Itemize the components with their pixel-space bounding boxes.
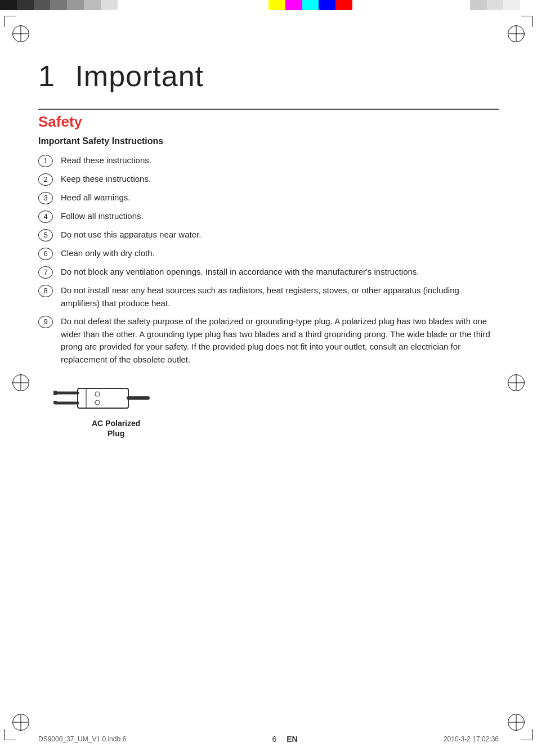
crop-mark-tr	[521, 16, 532, 27]
reg-mark-top-left	[12, 25, 29, 42]
footer-timestamp: 2010-3-2 17:02:36	[444, 735, 499, 743]
instruction-number: 5	[38, 229, 53, 241]
instruction-text: Read these instructions.	[61, 154, 499, 167]
instruction-text: Do not use this apparatus near water.	[61, 229, 499, 241]
reg-mark-bottom-right	[508, 714, 525, 731]
instruction-number: 7	[38, 266, 53, 279]
instruction-item: 1 Read these instructions.	[38, 154, 499, 167]
instruction-item: 6 Clean only with dry cloth.	[38, 247, 499, 260]
chapter-number: 1	[38, 60, 55, 92]
reg-mark-top-right	[508, 25, 525, 42]
plug-label: AC Polarized Plug	[92, 418, 140, 439]
svg-point-8	[95, 400, 100, 405]
footer-filename: DS9000_37_UM_V1.0.indb 6	[38, 735, 126, 743]
section-title: Safety	[38, 113, 499, 131]
language-label: EN	[287, 735, 297, 744]
svg-rect-5	[53, 391, 57, 395]
instruction-number: 9	[38, 316, 53, 328]
instruction-item: 3 Heed all warnings.	[38, 191, 499, 204]
plug-section: ~ ~ AC Polarized Plug	[38, 378, 499, 439]
instruction-text: Clean only with dry cloth.	[61, 247, 499, 260]
page-number: 6	[272, 735, 276, 744]
instruction-number: 8	[38, 285, 53, 297]
instruction-number: 1	[38, 155, 53, 167]
plug-label-container: AC Polarized Plug	[75, 418, 140, 439]
main-content: 1 Important Safety Important Safety Inst…	[38, 59, 499, 711]
instruction-text: Do not defeat the safety purpose of the …	[61, 315, 499, 366]
plug-label-line1: AC Polarized	[92, 419, 140, 428]
plug-label-line2: Plug	[108, 429, 124, 438]
instruction-item: 2 Keep these instructions.	[38, 173, 499, 186]
instruction-item: 9 Do not defeat the safety purpose of th…	[38, 315, 499, 366]
instruction-text: Keep these instructions.	[61, 173, 499, 186]
instruction-text: Heed all warnings.	[61, 191, 499, 204]
svg-text:~: ~	[136, 394, 140, 402]
instruction-text: Follow all instructions.	[61, 210, 499, 223]
footer: DS9000_37_UM_V1.0.indb 6 6 EN 2010-3-2 1…	[38, 735, 499, 744]
instruction-number: 2	[38, 173, 53, 186]
instruction-item: 5 Do not use this apparatus near water.	[38, 229, 499, 241]
crop-mark-br	[521, 729, 532, 740]
reg-mark-bottom-left	[12, 714, 29, 731]
instruction-number: 4	[38, 211, 53, 223]
chapter-heading: 1 Important	[38, 59, 499, 93]
svg-rect-0	[78, 388, 128, 408]
instruction-text: Do not install near any heat sources suc…	[61, 284, 499, 310]
instruction-number: 3	[38, 192, 53, 204]
section-divider	[38, 109, 499, 110]
plug-svg-icon: ~ ~	[44, 378, 156, 418]
instruction-list: 1 Read these instructions. 2 Keep these …	[38, 154, 499, 366]
footer-page-info: 6 EN	[272, 735, 297, 744]
instruction-item: 4 Follow all instructions.	[38, 210, 499, 223]
svg-rect-6	[53, 401, 57, 404]
crop-mark-bl	[5, 729, 16, 740]
chapter-title: Important	[75, 60, 204, 92]
reg-mark-mid-left	[12, 374, 29, 391]
instruction-item: 8 Do not install near any heat sources s…	[38, 284, 499, 310]
reg-mark-mid-right	[508, 374, 525, 391]
svg-text:~: ~	[130, 394, 134, 402]
svg-point-7	[95, 392, 100, 396]
subsection-title: Important Safety Instructions	[38, 136, 499, 146]
instruction-item: 7 Do not block any ventilation openings.…	[38, 266, 499, 279]
top-color-bar	[0, 0, 537, 10]
plug-illustration: ~ ~	[44, 378, 156, 418]
crop-mark-tl	[5, 16, 16, 27]
instruction-number: 6	[38, 248, 53, 260]
instruction-text: Do not block any ventilation openings. I…	[61, 266, 499, 279]
